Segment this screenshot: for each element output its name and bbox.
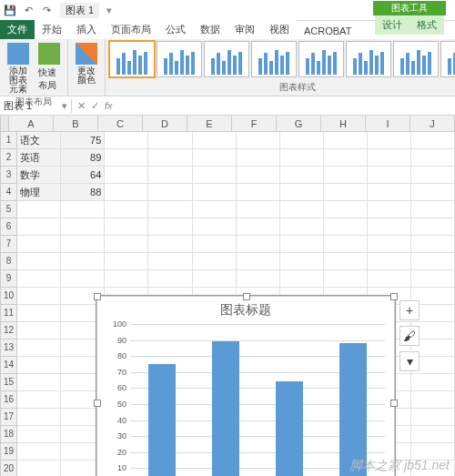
worksheet-grid[interactable]: ABCDEFGHIJ 1语文752英语893数学644物理88567891011… bbox=[0, 116, 455, 476]
add-chart-element-button[interactable]: 添加图表 元素 bbox=[4, 41, 33, 96]
cell-H7[interactable] bbox=[324, 236, 368, 253]
cell-F1[interactable] bbox=[237, 132, 280, 149]
cell-F6[interactable] bbox=[237, 218, 280, 236]
row-header-10[interactable]: 10 bbox=[0, 288, 17, 305]
cell-D5[interactable] bbox=[148, 201, 192, 218]
cell-B9[interactable] bbox=[61, 270, 105, 288]
cell-F3[interactable] bbox=[237, 167, 280, 184]
cell-G9[interactable] bbox=[280, 270, 324, 288]
row-header-18[interactable]: 18 bbox=[0, 426, 17, 443]
tab-page-layout[interactable]: 页面布局 bbox=[104, 20, 158, 39]
cell-J15[interactable] bbox=[411, 374, 455, 391]
cell-C2[interactable] bbox=[105, 149, 148, 167]
bar-数学[interactable] bbox=[276, 381, 303, 476]
chart-filters-button[interactable]: ▾ bbox=[399, 351, 420, 371]
cell-J17[interactable] bbox=[411, 409, 455, 426]
row-header-3[interactable]: 3 bbox=[0, 167, 17, 184]
cell-D8[interactable] bbox=[148, 253, 192, 270]
cell-I7[interactable] bbox=[368, 236, 411, 253]
cell-A7[interactable] bbox=[17, 236, 61, 253]
row-header-7[interactable]: 7 bbox=[0, 236, 17, 253]
cell-B3[interactable]: 64 bbox=[61, 167, 105, 184]
tab-file[interactable]: 文件 bbox=[0, 20, 35, 39]
tab-home[interactable]: 开始 bbox=[35, 20, 69, 39]
cell-A20[interactable] bbox=[17, 461, 61, 476]
cell-D6[interactable] bbox=[148, 218, 192, 236]
chart-elements-button[interactable]: + bbox=[399, 300, 420, 320]
cell-I1[interactable] bbox=[368, 132, 411, 149]
cell-E7[interactable] bbox=[193, 236, 237, 253]
cell-J4[interactable] bbox=[411, 184, 455, 201]
chart-style-6[interactable] bbox=[346, 41, 391, 77]
cell-C1[interactable] bbox=[105, 132, 148, 149]
tab-insert[interactable]: 插入 bbox=[69, 20, 104, 39]
undo-icon[interactable]: ↶ bbox=[22, 4, 35, 16]
row-header-12[interactable]: 12 bbox=[0, 322, 17, 339]
tab-view[interactable]: 视图 bbox=[262, 20, 297, 39]
row-header-4[interactable]: 4 bbox=[0, 184, 17, 201]
col-header-J[interactable]: J bbox=[410, 116, 455, 132]
cell-G7[interactable] bbox=[280, 236, 324, 253]
chart-title[interactable]: 图表标题 bbox=[97, 297, 394, 324]
col-header-E[interactable]: E bbox=[187, 116, 232, 132]
cell-F7[interactable] bbox=[237, 236, 280, 253]
cell-D1[interactable] bbox=[148, 132, 192, 149]
select-all-corner[interactable] bbox=[0, 116, 9, 132]
cell-B4[interactable]: 88 bbox=[61, 184, 105, 201]
cell-H8[interactable] bbox=[324, 253, 368, 270]
cell-C3[interactable] bbox=[105, 167, 148, 184]
cell-A13[interactable] bbox=[17, 339, 61, 357]
cell-A9[interactable] bbox=[17, 270, 61, 288]
cell-D4[interactable] bbox=[148, 184, 192, 201]
resize-handle-w[interactable] bbox=[94, 400, 101, 407]
col-header-H[interactable]: H bbox=[321, 116, 366, 132]
cell-C7[interactable] bbox=[105, 236, 148, 253]
cell-B5[interactable] bbox=[61, 201, 105, 218]
cell-A11[interactable] bbox=[17, 305, 61, 322]
cell-E4[interactable] bbox=[193, 184, 237, 201]
cell-A2[interactable]: 英语 bbox=[17, 149, 61, 167]
cell-A1[interactable]: 语文 bbox=[17, 132, 61, 149]
quick-layout-button[interactable]: 快速布局 bbox=[35, 41, 64, 96]
cell-F4[interactable] bbox=[237, 184, 280, 201]
cell-H4[interactable] bbox=[324, 184, 368, 201]
cell-E2[interactable] bbox=[193, 149, 237, 167]
tab-acrobat[interactable]: ACROBAT bbox=[297, 23, 359, 39]
cell-J8[interactable] bbox=[411, 253, 455, 270]
tab-chart-format[interactable]: 格式 bbox=[410, 15, 444, 35]
cell-J3[interactable] bbox=[411, 167, 455, 184]
bar-英语[interactable] bbox=[212, 341, 239, 476]
chart-styles-gallery[interactable] bbox=[109, 41, 455, 77]
cell-H9[interactable] bbox=[324, 270, 368, 288]
fx-label[interactable]: fx bbox=[105, 100, 113, 111]
cell-B6[interactable] bbox=[61, 218, 105, 236]
row-header-17[interactable]: 17 bbox=[0, 409, 17, 426]
tab-data[interactable]: 数据 bbox=[193, 20, 228, 39]
cell-I8[interactable] bbox=[368, 253, 411, 270]
cell-J16[interactable] bbox=[411, 391, 455, 409]
embedded-chart[interactable]: 图表标题 0102030405060708090100语文英语数学物理 + 🖌 … bbox=[96, 296, 395, 476]
cell-G2[interactable] bbox=[280, 149, 324, 167]
cell-J6[interactable] bbox=[411, 218, 455, 236]
cell-C9[interactable] bbox=[105, 270, 148, 288]
col-header-D[interactable]: D bbox=[143, 116, 187, 132]
row-header-8[interactable]: 8 bbox=[0, 253, 17, 270]
cell-A14[interactable] bbox=[17, 357, 61, 374]
cell-B8[interactable] bbox=[61, 253, 105, 270]
cell-H5[interactable] bbox=[324, 201, 368, 218]
cell-E6[interactable] bbox=[193, 218, 237, 236]
name-box-dropdown-icon[interactable]: ▾ bbox=[62, 100, 67, 112]
chart-styles-button[interactable]: 🖌 bbox=[399, 326, 420, 346]
cell-A8[interactable] bbox=[17, 253, 61, 270]
cell-A6[interactable] bbox=[17, 218, 61, 236]
cell-A3[interactable]: 数学 bbox=[17, 167, 61, 184]
cell-B7[interactable] bbox=[61, 236, 105, 253]
cell-G6[interactable] bbox=[280, 218, 324, 236]
cell-G4[interactable] bbox=[280, 184, 324, 201]
cell-J7[interactable] bbox=[411, 236, 455, 253]
bar-语文[interactable] bbox=[148, 364, 176, 476]
cell-D2[interactable] bbox=[148, 149, 192, 167]
cell-G8[interactable] bbox=[280, 253, 324, 270]
row-header-14[interactable]: 14 bbox=[0, 357, 17, 374]
cell-J1[interactable] bbox=[411, 132, 455, 149]
